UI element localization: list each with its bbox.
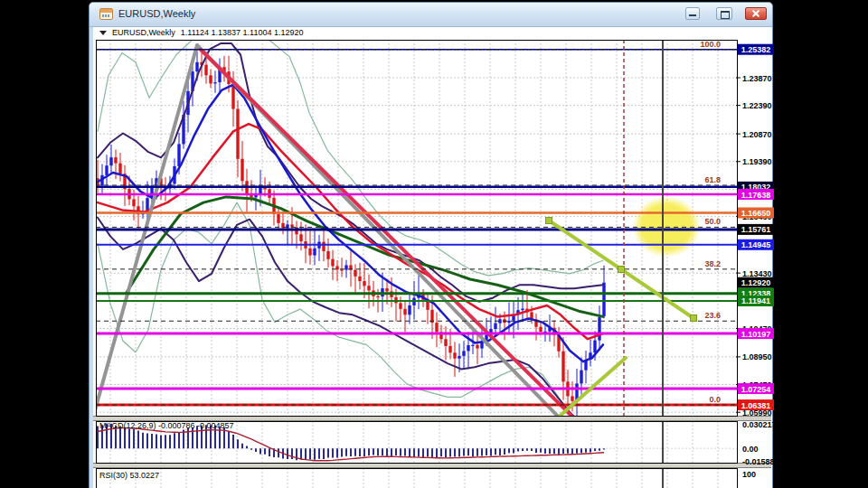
restore-icon <box>721 11 730 19</box>
window-title: EURUSD,Weekly <box>118 8 195 19</box>
chart-symbol-label: EURUSD,Weekly <box>112 28 175 37</box>
restore-button[interactable] <box>716 7 732 20</box>
screen: EURUSD,Weekly EURUSD,Weekly 1.11124 1.13… <box>0 0 868 488</box>
chart-window-icon <box>99 8 113 20</box>
chart-ohlc-values: 1.11124 1.13837 1.11004 1.12920 <box>181 28 304 37</box>
close-button[interactable] <box>745 7 767 20</box>
title-bar[interactable]: EURUSD,Weekly <box>90 3 772 27</box>
chart-window: EURUSD,Weekly <box>89 2 773 488</box>
chevron-down-icon[interactable] <box>99 31 107 35</box>
chart-header: EURUSD,Weekly 1.11124 1.13837 1.11004 1.… <box>99 28 304 37</box>
rsi-indicator-label: RSI(30) 53.0227 <box>99 471 159 480</box>
chart-client-area <box>93 26 772 488</box>
minimize-icon <box>689 14 696 16</box>
minimize-button[interactable] <box>685 7 700 20</box>
macd-indicator-label: MACD(12,26,9) -0.000786 -0.004857 <box>99 421 234 430</box>
